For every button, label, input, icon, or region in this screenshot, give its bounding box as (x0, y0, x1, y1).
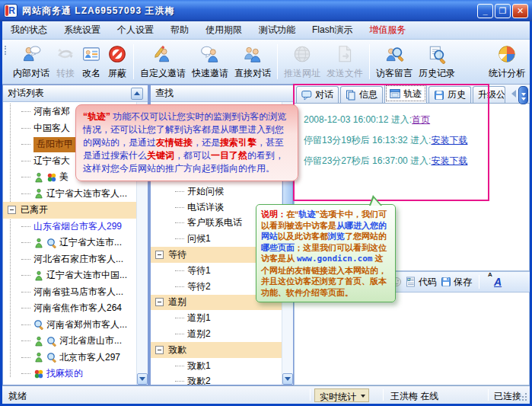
tree-group-row[interactable]: 致歉 (151, 342, 282, 358)
toolbar-grip[interactable] (5, 46, 14, 55)
save-button[interactable]: 保存 (441, 276, 472, 289)
tree-row[interactable]: 河南省驻马店市客人... (3, 284, 136, 301)
titlebar: R 网站商务通 LZA69557093 王洪梅 _❐✕ (0, 0, 532, 21)
tab-历史[interactable]: 历史 (428, 86, 471, 103)
titlebar-buttons: _❐✕ (477, 4, 528, 18)
tab-对话[interactable]: 对话 (296, 86, 339, 103)
collapse-panel-button[interactable] (131, 88, 143, 100)
tree-line (175, 222, 184, 223)
tab-label: 历史 (448, 88, 466, 101)
menu-item-7[interactable]: Flash演示 (304, 21, 361, 39)
tab-轨迹[interactable]: 轨迹 (384, 85, 427, 103)
green-person-icon (33, 238, 45, 248)
toolbar-button-person-bubble[interactable]: 快速邀请 (189, 43, 231, 82)
trace-feature-tooltip: “轨迹” 功能不仅可以让您实时的监测到访客的浏览情况，还可以让您了解到访客都是从… (75, 104, 298, 181)
tree-row[interactable]: 辽宁省大连市... (3, 235, 136, 251)
toolbar-button-id-card[interactable]: 改名 (78, 43, 104, 82)
tree-row[interactable]: 开始问候 (151, 184, 282, 200)
toolbar-item-label: 代码 (419, 276, 437, 289)
tooltip-text: ，还是 (193, 137, 220, 148)
tooltip-text: 以及此访客都 (278, 232, 328, 241)
tabstrip: 对话信息轨迹历史升级公 (294, 85, 530, 104)
scroll-down-button[interactable] (282, 373, 293, 385)
toolbar-button-person-chat[interactable]: 内部对话 (10, 43, 53, 82)
app-window: R 网站商务通 LZA69557093 王洪梅 _❐✕ 我的状态系统设置个人设置… (0, 0, 532, 406)
font-style-icon[interactable]: A (494, 276, 502, 288)
menu-item-6[interactable]: 测试功能 (250, 21, 304, 39)
tree-row[interactable]: 河北省石家庄市客人... (3, 251, 136, 268)
tree-row[interactable]: 致歉1 (151, 358, 282, 374)
toolbar-overflow-button[interactable] (518, 86, 528, 104)
tree-item-label: 辽宁省大连市... (59, 236, 122, 249)
tooltip-url: www.gondicn.com (297, 254, 372, 264)
reply-input-area[interactable] (294, 293, 530, 385)
menu-item-4[interactable]: 帮助 (162, 21, 197, 39)
menu-item-8[interactable]: 增值服务 (361, 21, 414, 39)
tree-item-label: 致歉 (168, 344, 186, 356)
trace-page-link[interactable]: 首页 (412, 114, 430, 125)
scroll-down-button[interactable] (137, 373, 148, 385)
tree-line (175, 286, 184, 287)
collapse-expander-icon[interactable] (8, 206, 16, 214)
toolbar-button-pie-chart[interactable]: 统计分析 (486, 43, 528, 82)
color-balls-icon (33, 369, 45, 379)
tab-信息[interactable]: 信息 (340, 86, 383, 103)
tree-item-label: 等待 (168, 248, 186, 261)
toolbar-item-label: 保存 (454, 276, 472, 289)
code-icon (406, 277, 416, 287)
toolbar-button-history-search[interactable]: 历史记录 (416, 43, 458, 82)
tab-scroll-left-icon[interactable] (511, 90, 516, 98)
tooltip-text: 浏览 (328, 232, 345, 241)
tree-row[interactable]: 北京市客人297 (3, 350, 136, 366)
tree-row[interactable]: 辽宁省大连市客人... (3, 186, 136, 203)
toolbar-button-person-duo[interactable]: 直接对话 (231, 43, 274, 82)
collapse-expander-icon[interactable] (155, 346, 164, 354)
tree-row[interactable]: 致歉2 (151, 374, 282, 385)
tree-row[interactable]: 辽宁省大连市中国... (3, 267, 136, 284)
toolbar-button-visitor-message[interactable]: 访客留言 (373, 43, 416, 82)
tree-row[interactable]: 找麻烦的 (3, 366, 136, 382)
maximize-button[interactable]: ❐ (495, 4, 511, 18)
collapse-expander-icon[interactable] (155, 298, 164, 306)
minimize-button[interactable]: _ (477, 4, 493, 18)
tree-item-label: 道别1 (187, 312, 211, 324)
toolbar-button-block[interactable]: 屏蔽 (104, 43, 130, 82)
tab-label: 对话 (315, 88, 333, 101)
trace-line: 2008-12-03 16:00:12 进入:首页 (304, 110, 529, 130)
menu-item-5[interactable]: 使用期限 (197, 21, 250, 39)
tab-升级公[interactable]: 升级公 (473, 86, 505, 103)
collapse-expander-icon[interactable] (155, 251, 164, 259)
tree-row[interactable]: 河南省焦作市客人264 (3, 300, 136, 317)
trace-page-link[interactable]: 安装下载 (431, 135, 467, 145)
toolbar-button-person-pencil[interactable]: 自定义邀请 (137, 43, 189, 82)
tree-line (175, 207, 184, 208)
toolbar-button-label: 改名 (82, 67, 100, 80)
tree-row[interactable]: 河南省郑州市客人... (3, 317, 136, 334)
realtime-stats-dropdown[interactable]: 实时统计 (314, 388, 369, 402)
toolbar-button-label: 转接 (56, 67, 75, 80)
menubar: 我的状态系统设置个人设置帮助使用期限测试功能Flash演示增值服务 (2, 21, 530, 40)
tab-chat-icon (301, 90, 312, 101)
menu-item-2[interactable]: 系统设置 (56, 21, 109, 39)
menu-item-3[interactable]: 个人设置 (109, 21, 162, 39)
tree-row[interactable]: 山东省烟台市客人299 (3, 219, 136, 235)
tree-item-label: 道别2 (187, 328, 211, 340)
tree-group-row[interactable]: 已离开 (3, 202, 136, 219)
tooltip-keyword: 友情链接 (156, 137, 193, 148)
tab-label: 升级公 (478, 88, 505, 101)
resize-grip[interactable] (518, 392, 527, 401)
tree-item-label: 问候1 (187, 232, 211, 245)
close-button[interactable]: ✕ (512, 4, 528, 18)
tree-row[interactable]: 道别1 (151, 310, 282, 326)
visitor-message-icon (384, 44, 404, 66)
tooltip-keyword: 搜索引擎 (220, 137, 256, 148)
magnifier-icon (46, 336, 58, 347)
trace-page-link[interactable]: 安装下载 (431, 155, 467, 166)
tree-row[interactable]: 河北省唐山市... (3, 333, 136, 350)
code-button[interactable]: 代码 (406, 276, 437, 289)
tree-row[interactable]: 辽宁省大连市客人... (3, 382, 136, 385)
tab-info-icon (346, 90, 356, 101)
tree-row[interactable]: 道别2 (151, 326, 282, 342)
toolbar-separator (277, 44, 278, 79)
menu-item-1[interactable]: 我的状态 (2, 21, 56, 39)
